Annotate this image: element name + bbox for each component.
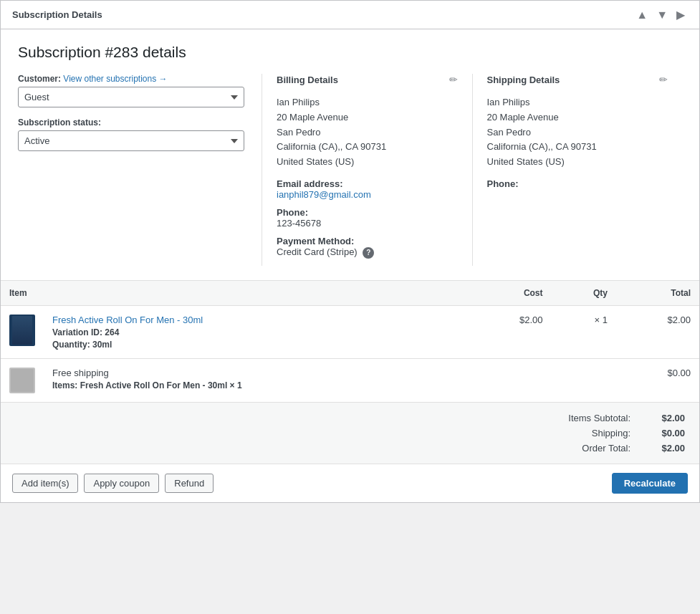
panel-title: Subscription Details	[12, 9, 102, 20]
status-label: Subscription status:	[18, 117, 244, 128]
shipping-thumbnail	[9, 368, 35, 393]
subtotal-row: Items Subtotal: $2.00	[12, 413, 688, 423]
customer-field: Customer: View other subscriptions → Gue…	[18, 74, 244, 107]
billing-state-zip: California (CA),, CA 90731	[277, 140, 458, 155]
billing-email-link[interactable]: ianphil879@gmail.com	[277, 189, 371, 200]
product-link[interactable]: Fresh Active Roll On For Men - 30ml	[52, 315, 203, 325]
shipping-phone-label: Phone:	[487, 178, 668, 189]
billing-title: Billing Details	[277, 75, 338, 85]
panel-controls: ▲ ▼ ▶	[633, 8, 688, 21]
shipping-name: Ian Philips	[487, 95, 668, 110]
order-total-label: Order Total:	[530, 443, 631, 454]
quantity-value: 30ml	[92, 340, 112, 350]
shipping-city: San Pedro	[487, 125, 668, 140]
phone-label: Phone:	[277, 207, 458, 218]
subtotal-label: Items Subtotal:	[530, 413, 631, 423]
billing-phone-field: Phone: 123-45678	[277, 207, 458, 229]
col-total: Total	[616, 281, 699, 306]
col-qty: Qty	[552, 281, 616, 306]
panel-header: Subscription Details ▲ ▼ ▶	[1, 1, 699, 29]
billing-street: 20 Maple Avenue	[277, 110, 458, 125]
shipping-img-inner	[11, 369, 34, 392]
customer-select[interactable]: Guest	[18, 87, 244, 107]
status-field: Subscription status: Active Pending On H…	[18, 117, 244, 151]
expand-button[interactable]: ▼	[653, 8, 671, 21]
product-thumbnail	[9, 315, 35, 346]
shipping-value: $0.00	[631, 428, 688, 438]
variation-label: Variation ID:	[52, 327, 102, 337]
col-cost: Cost	[468, 281, 551, 306]
shipping-image-cell	[1, 358, 44, 402]
product-quantity: Quantity: 30ml	[52, 340, 459, 350]
payment-info-icon[interactable]: ?	[363, 247, 374, 259]
billing-city: San Pedro	[277, 125, 458, 140]
billing-email-field: Email address: ianphil879@gmail.com	[277, 178, 458, 200]
billing-section: Billing Details ✏ Ian Philips 20 Maple A…	[262, 74, 473, 266]
shipping-info-cell: Free shipping Items: Fresh Active Roll O…	[44, 358, 468, 402]
billing-header: Billing Details ✏	[277, 74, 458, 85]
table-row: Fresh Active Roll On For Men - 30ml Vari…	[1, 305, 699, 358]
product-img-inner	[12, 316, 32, 345]
add-items-button[interactable]: Add item(s)	[12, 474, 78, 493]
variation-id: 264	[105, 327, 119, 337]
shipping-row: Free shipping Items: Fresh Active Roll O…	[1, 358, 699, 402]
email-label: Email address:	[277, 178, 458, 189]
items-section: Item Cost Qty Total Fresh Active Roll On…	[1, 280, 699, 502]
billing-phone: 123-45678	[277, 218, 458, 229]
actions-right: Recalculate	[612, 473, 688, 494]
product-qty: × 1	[552, 305, 616, 358]
more-button[interactable]: ▶	[673, 8, 688, 21]
shipping-label: Shipping:	[530, 428, 631, 438]
billing-edit-icon[interactable]: ✏	[449, 74, 458, 85]
left-panel: Customer: View other subscriptions → Gue…	[18, 74, 262, 266]
col-item: Item	[1, 281, 468, 306]
shipping-street: 20 Maple Avenue	[487, 110, 668, 125]
order-total-row: Order Total: $2.00	[12, 443, 688, 454]
status-select[interactable]: Active Pending On Hold Cancelled Expired	[18, 130, 244, 151]
shipping-items-meta: Items: Fresh Active Roll On For Men - 30…	[52, 380, 459, 390]
shipping-section: Shipping Details ✏ Ian Philips 20 Maple …	[473, 74, 683, 266]
actions-bar: Add item(s) Apply coupon Refund Recalcul…	[1, 464, 699, 502]
page-title: Subscription #283 details	[18, 44, 682, 61]
panel-body: Subscription #283 details Customer: View…	[1, 29, 699, 280]
refund-button[interactable]: Refund	[165, 474, 214, 493]
product-variation: Variation ID: 264	[52, 327, 459, 337]
shipping-title: Shipping Details	[487, 75, 560, 85]
billing-address: Ian Philips 20 Maple Avenue San Pedro Ca…	[277, 95, 458, 170]
shipping-name: Free shipping	[52, 368, 109, 378]
payment-label: Payment Method:	[277, 236, 458, 246]
subtotal-value: $2.00	[631, 413, 688, 423]
shipping-state-zip: California (CA),, CA 90731	[487, 140, 668, 155]
payment-field: Payment Method: Credit Card (Stripe) ?	[277, 236, 458, 259]
customer-label: Customer: View other subscriptions →	[18, 74, 244, 84]
view-subscriptions-link[interactable]: View other subscriptions →	[63, 74, 167, 84]
billing-name: Ian Philips	[277, 95, 458, 110]
shipping-items-label: Items:	[52, 380, 77, 390]
shipping-total: $0.00	[616, 358, 699, 402]
shipping-country: United States (US)	[487, 155, 668, 170]
payment-value: Credit Card (Stripe)	[277, 246, 358, 257]
order-total-value: $2.00	[631, 443, 688, 454]
collapse-button[interactable]: ▲	[633, 8, 651, 21]
product-cost: $2.00	[468, 305, 551, 358]
recalculate-button[interactable]: Recalculate	[612, 473, 688, 494]
shipping-header: Shipping Details ✏	[487, 74, 668, 85]
shipping-cost-empty	[468, 358, 551, 402]
totals-section: Items Subtotal: $2.00 Shipping: $0.00 Or…	[1, 402, 699, 464]
product-image-cell	[1, 305, 44, 358]
table-header-row: Item Cost Qty Total	[1, 281, 699, 306]
shipping-items-value: Fresh Active Roll On For Men - 30ml × 1	[80, 380, 242, 390]
items-table: Item Cost Qty Total Fresh Active Roll On…	[1, 281, 699, 402]
actions-left: Add item(s) Apply coupon Refund	[12, 474, 214, 493]
shipping-qty-empty	[552, 358, 616, 402]
apply-coupon-button[interactable]: Apply coupon	[84, 474, 159, 493]
product-total: $2.00	[616, 305, 699, 358]
shipping-address: Ian Philips 20 Maple Avenue San Pedro Ca…	[487, 95, 668, 170]
product-info-cell: Fresh Active Roll On For Men - 30ml Vari…	[44, 305, 468, 358]
quantity-label: Quantity:	[52, 340, 90, 350]
shipping-phone-field: Phone:	[487, 178, 668, 189]
shipping-edit-icon[interactable]: ✏	[659, 74, 668, 85]
shipping-total-row: Shipping: $0.00	[12, 428, 688, 438]
billing-country: United States (US)	[277, 155, 458, 170]
top-section: Customer: View other subscriptions → Gue…	[18, 74, 682, 266]
